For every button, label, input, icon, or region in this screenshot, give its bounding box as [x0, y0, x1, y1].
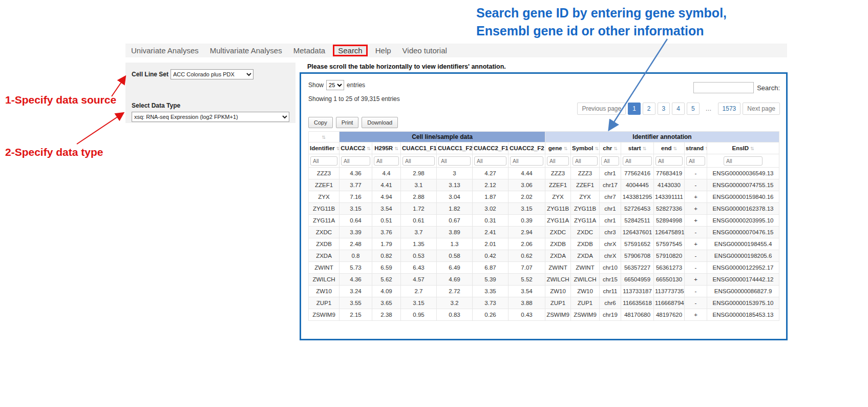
- filter-input-ensid[interactable]: [724, 156, 763, 166]
- table-cell: 3.35: [473, 286, 509, 297]
- filter-input-h295r[interactable]: [374, 156, 399, 166]
- table-toolbar: CopyPrintDownload: [308, 117, 401, 128]
- page-button-1[interactable]: 1: [628, 103, 641, 115]
- copy-button[interactable]: Copy: [308, 117, 333, 128]
- column-header-end[interactable]: end⇅: [654, 143, 685, 154]
- page-button-3[interactable]: 3: [658, 103, 670, 115]
- page-button-4[interactable]: 4: [672, 103, 685, 115]
- cell-line-set-select[interactable]: ACC Colorado plus PDX: [171, 69, 253, 79]
- column-header-identifier[interactable]: Identifier⇅: [309, 143, 340, 154]
- column-header-cuacc2-f1[interactable]: CUACC2_F1⇅: [473, 143, 509, 154]
- table-cell: 57591652: [621, 238, 654, 250]
- scroll-hint: Please scroll the table horizontally to …: [307, 63, 506, 70]
- sort-icon: ⇅: [595, 146, 599, 151]
- table-cell: 1.35: [401, 238, 437, 250]
- nav-item-video-tutorial[interactable]: Video tutorial: [397, 46, 453, 55]
- nav-item-search[interactable]: Search: [333, 45, 368, 56]
- filter-input-cuacc1-f1[interactable]: [403, 156, 435, 166]
- table-row[interactable]: ZZEF13.774.413.13.132.123.06ZZEF1ZZEF1ch…: [309, 179, 779, 191]
- table-search-input[interactable]: [693, 82, 754, 93]
- table-row[interactable]: ZYG11B3.153.541.721.823.023.15ZYG11BZYG1…: [309, 203, 779, 215]
- download-button[interactable]: Download: [362, 117, 398, 128]
- table-cell: ZWILCH: [571, 274, 600, 286]
- table-row[interactable]: ZWINT5.736.596.436.496.877.07ZWINTZWINTc…: [309, 262, 779, 274]
- table-row[interactable]: ZWILCH4.365.624.574.695.395.52ZWILCHZWIL…: [309, 274, 779, 286]
- filter-input-symbol[interactable]: [573, 156, 598, 166]
- table-cell: 77562416: [621, 168, 654, 179]
- nav-item-multivariate-analyses[interactable]: Multivariate Analyses: [204, 46, 288, 55]
- filter-input-strand[interactable]: [686, 156, 705, 166]
- filter-row: [309, 154, 779, 168]
- table-cell: ZXDB: [545, 238, 571, 250]
- column-header-ensid[interactable]: EnsID⇅: [707, 143, 779, 154]
- filter-input-cuacc2-f2[interactable]: [510, 156, 543, 166]
- table-cell: ZW10: [571, 286, 600, 297]
- page-button-2[interactable]: 2: [643, 103, 655, 115]
- table-cell: 4.27: [473, 168, 509, 179]
- table-cell: 4.94: [372, 191, 401, 203]
- table-cell: ENSG00000153975.10: [707, 297, 779, 309]
- table-cell: 7.07: [509, 262, 545, 274]
- table-row[interactable]: ZYG11A0.640.510.610.670.310.39ZYG11AZYG1…: [309, 215, 779, 227]
- table-cell: 0.62: [509, 250, 545, 262]
- table-row[interactable]: ZUP13.553.653.153.23.733.88ZUP1ZUP1chr61…: [309, 297, 779, 309]
- page-button-1573[interactable]: 1573: [718, 103, 741, 115]
- next-page-button[interactable]: Next page: [743, 103, 780, 115]
- table-row[interactable]: ZXDA0.80.820.530.580.420.62ZXDAZXDAchrX5…: [309, 250, 779, 262]
- column-header-cuacc2-f2[interactable]: CUACC2_F2⇅: [509, 143, 545, 154]
- filter-input-end[interactable]: [655, 156, 683, 166]
- table-cell: 0.82: [372, 250, 401, 262]
- column-header-start[interactable]: start⇅: [621, 143, 654, 154]
- table-cell: ZWINT: [571, 262, 600, 274]
- data-type-label: Select Data Type: [132, 102, 289, 109]
- table-cell: 5.39: [473, 274, 509, 286]
- column-header-gene[interactable]: gene⇅: [545, 143, 571, 154]
- table-cell: chr10: [600, 262, 621, 274]
- table-row[interactable]: ZSWIM92.152.380.950.830.260.43ZSWIM9ZSWI…: [309, 309, 779, 321]
- filter-input-chr[interactable]: [601, 156, 619, 166]
- table-cell: 143391111: [654, 191, 685, 203]
- table-cell: 0.95: [401, 309, 437, 321]
- nav-item-metadata[interactable]: Metadata: [288, 46, 331, 55]
- print-button[interactable]: Print: [336, 117, 359, 128]
- page-ellipsis[interactable]: …: [702, 103, 716, 114]
- table-cell: 2.15: [340, 309, 372, 321]
- table-cell: 3.15: [509, 203, 545, 215]
- show-entries-control: Show 25 entries: [308, 80, 365, 90]
- filter-input-gene[interactable]: [547, 156, 569, 166]
- table-row[interactable]: ZZZ34.364.42.9834.274.44ZZZ3ZZZ3chr17756…: [309, 168, 779, 179]
- column-header-cuacc2[interactable]: CUACC2⇅: [340, 143, 372, 154]
- column-header-cuacc1-f1[interactable]: CUACC1_F1⇅: [401, 143, 437, 154]
- page-size-select[interactable]: 25: [326, 80, 344, 90]
- table-row[interactable]: ZXDC3.393.763.73.892.412.94ZXDCZXDCchr31…: [309, 227, 779, 238]
- column-header-chr[interactable]: chr⇅: [600, 143, 621, 154]
- table-cell: +: [685, 191, 707, 203]
- table-cell: 5.62: [372, 274, 401, 286]
- page-button-5[interactable]: 5: [687, 103, 700, 115]
- table-cell: 0.67: [437, 215, 473, 227]
- table-cell: ZYX: [571, 191, 600, 203]
- nav-item-help[interactable]: Help: [370, 46, 397, 55]
- column-header-cuacc1-f2[interactable]: CUACC1_F2⇅: [437, 143, 473, 154]
- data-type-select[interactable]: xsq: RNA-seq Expression (log2 FPKM+1): [132, 112, 289, 122]
- table-cell: 3.54: [372, 203, 401, 215]
- table-row[interactable]: ZW103.244.092.72.723.353.54ZW10ZW10chr11…: [309, 286, 779, 297]
- filter-input-cuacc2[interactable]: [341, 156, 370, 166]
- table-cell: chr15: [600, 274, 621, 286]
- filter-input-start[interactable]: [623, 156, 652, 166]
- column-header-strand[interactable]: strand⇅: [685, 143, 707, 154]
- previous-page-button[interactable]: Previous page: [577, 103, 626, 115]
- table-cell: 126437601: [621, 227, 654, 238]
- column-header-symbol[interactable]: Symbol⇅: [571, 143, 600, 154]
- table-row[interactable]: ZXDB2.481.791.351.32.012.06ZXDBZXDBchrX5…: [309, 238, 779, 250]
- filter-input-cuacc2-f1[interactable]: [474, 156, 506, 166]
- filter-input-cuacc1-f2[interactable]: [438, 156, 471, 166]
- filter-input-identifier[interactable]: [310, 156, 337, 166]
- sort-icon[interactable]: ⇅: [322, 135, 326, 140]
- table-cell: 3.77: [340, 179, 372, 191]
- table-cell: 2.02: [509, 191, 545, 203]
- table-body: ZZZ34.364.42.9834.274.44ZZZ3ZZZ3chr17756…: [309, 168, 779, 321]
- table-row[interactable]: ZYX7.164.942.883.041.872.02ZYXZYXchr7143…: [309, 191, 779, 203]
- nav-item-univariate-analyses[interactable]: Univariate Analyses: [125, 46, 204, 55]
- column-header-h295r[interactable]: H295R⇅: [372, 143, 401, 154]
